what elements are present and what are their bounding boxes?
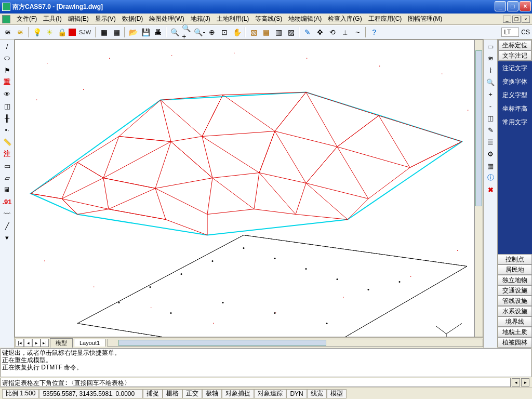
status-ortho[interactable]: 正交 — [182, 389, 202, 398]
zoom-in-icon[interactable]: 🔍+ — [181, 26, 193, 38]
lt-ruler-icon[interactable]: 📏 — [2, 136, 13, 148]
cmd-left-icon[interactable]: ◂ — [512, 378, 520, 387]
panel-bottom-2[interactable]: 独立地物 — [498, 275, 532, 285]
folder-icon[interactable]: 📂 — [127, 26, 139, 38]
tab-model[interactable]: 模型 — [50, 338, 73, 348]
status-otrack[interactable]: 对象追踪 — [254, 389, 286, 398]
cmd-right-icon[interactable]: ▸ — [521, 378, 529, 387]
rt-doc-icon[interactable]: ▭ — [485, 41, 496, 52]
lt-point-icon[interactable]: •· — [2, 124, 13, 136]
pen-icon[interactable]: ✎ — [302, 26, 313, 38]
rt-delete-icon[interactable]: ✖ — [485, 184, 496, 195]
menu-edit[interactable]: 编辑(E) — [65, 14, 92, 24]
rt-cfg-icon[interactable]: ⚙ — [485, 148, 496, 159]
layer-color-icon[interactable] — [69, 29, 76, 36]
panel-item-4[interactable]: 常用文字 — [498, 115, 532, 129]
panel-bottom-6[interactable]: 境界线 — [498, 316, 532, 327]
tab-next-icon[interactable]: ▸ — [32, 339, 41, 347]
menu-file[interactable]: 文件(F) — [14, 14, 40, 24]
close-button[interactable]: × — [520, 1, 531, 11]
menu-draw[interactable]: 绘图处理(W) — [146, 14, 187, 24]
rt-grid-icon[interactable]: ▦ — [485, 160, 496, 171]
command-history[interactable]: 键退出，或者单击鼠标右键显示快捷菜单。 正在重生成模型。 正在恢复执行 DTMT… — [1, 348, 531, 377]
tab-layout1[interactable]: Layout1 — [74, 339, 105, 347]
drawing-canvas[interactable]: ....... ... .... .... — [15, 39, 483, 337]
panel-bottom-3[interactable]: 交通设施 — [498, 285, 532, 296]
lt-dropdown-icon[interactable]: ▾ — [2, 232, 13, 243]
rt-wand-icon[interactable]: ⌇ — [485, 64, 496, 76]
move-icon[interactable]: ✥ — [314, 26, 326, 38]
save-icon[interactable]: 💾 — [140, 26, 151, 38]
menu-mapframe[interactable]: 图幅管理(M) — [405, 14, 445, 24]
mdi-restore[interactable]: ❐ — [512, 16, 521, 23]
zoom-win-icon[interactable]: ⊡ — [219, 26, 230, 38]
panel-bottom-0[interactable]: 控制点 — [498, 254, 532, 264]
panel-bottom-7[interactable]: 地貌土质 — [498, 327, 532, 337]
lt-rect-icon[interactable]: ▭ — [2, 160, 13, 171]
rt-layer-icon[interactable]: ≋ — [485, 52, 496, 64]
dimension-icon[interactable]: ⟂ — [339, 26, 351, 38]
tool-d-icon[interactable]: ▤ — [260, 26, 272, 38]
bulb-icon[interactable]: 💡 — [31, 26, 43, 38]
help-icon[interactable]: ? — [368, 26, 380, 38]
zoom-out-icon[interactable]: 🔍- — [194, 26, 205, 38]
status-model[interactable]: 模型 — [327, 389, 347, 398]
menu-engineering[interactable]: 工程应用(C) — [365, 14, 405, 24]
panel-bottom-8[interactable]: 植被园林 — [498, 337, 532, 348]
panel-bottom-5[interactable]: 水系设施 — [498, 306, 532, 316]
panel-bottom-1[interactable]: 居民地 — [498, 264, 532, 275]
lt-curve-icon[interactable]: 〰 — [2, 208, 13, 219]
tab-first-icon[interactable]: |◂ — [16, 339, 24, 347]
tool-a-icon[interactable]: ▦ — [98, 26, 110, 38]
menu-data[interactable]: 数据(D) — [119, 14, 147, 24]
rotate-icon[interactable]: ⟲ — [327, 26, 338, 38]
lt-eye-icon[interactable]: 👁 — [2, 88, 13, 100]
panel-item-3[interactable]: 坐标坪高 — [498, 102, 532, 115]
status-snap[interactable]: 捕捉 — [143, 389, 163, 398]
lt-orbit-icon[interactable]: ⬭ — [2, 52, 13, 64]
sun-icon[interactable]: ☀ — [44, 26, 55, 38]
lt-field[interactable]: LT — [501, 28, 519, 37]
rt-sel-icon[interactable]: ◫ — [485, 112, 496, 124]
status-dyn[interactable]: DYN — [286, 389, 307, 398]
lt-flag-icon[interactable]: ⚑ — [2, 64, 13, 76]
menu-cadastre[interactable]: 地籍(J) — [188, 14, 214, 24]
status-osnap[interactable]: 对象捕捉 — [222, 389, 254, 398]
tool-c-icon[interactable]: ▧ — [248, 26, 259, 38]
lt-calc-icon[interactable]: 🖩 — [2, 184, 13, 195]
panel-text-annotate[interactable]: 文字注记 — [498, 50, 531, 61]
rt-info-icon[interactable]: ⓘ — [485, 172, 496, 183]
menu-tools[interactable]: 工具(I) — [40, 14, 64, 24]
lt-redo-label[interactable]: 重 — [2, 76, 13, 88]
command-input[interactable]: 请指定表格左下角位置:〈直接回车不绘表格〉 — [1, 378, 511, 387]
layer-stack-icon[interactable]: ≋ — [2, 26, 14, 38]
zoom-ext-icon[interactable]: ⊕ — [206, 26, 218, 38]
menu-feature-edit[interactable]: 地物编辑(A) — [285, 14, 325, 24]
status-polar[interactable]: 极轴 — [202, 389, 222, 398]
rt-pen-icon[interactable]: ✎ — [485, 124, 496, 136]
status-grid[interactable]: 栅格 — [163, 389, 182, 398]
layer-name[interactable]: SJW — [77, 29, 93, 35]
panel-coord-locate[interactable]: 坐标定位 — [498, 40, 531, 50]
mdi-minimize[interactable]: _ — [503, 16, 511, 23]
print-icon[interactable]: 🖶 — [152, 26, 164, 38]
tab-last-icon[interactable]: ▸| — [41, 339, 49, 347]
lt-para-icon[interactable]: ▱ — [2, 172, 13, 183]
rt-zoomout-icon[interactable]: - — [485, 100, 496, 112]
rt-zoom-icon[interactable]: 🔍 — [485, 76, 496, 88]
menu-contour[interactable]: 等高线(S) — [252, 14, 285, 24]
panel-item-0[interactable]: 注记文字 — [498, 61, 532, 75]
status-lwt[interactable]: 线宽 — [307, 389, 327, 398]
vertical-scrollbar[interactable] — [474, 40, 483, 337]
menu-landuse[interactable]: 土地利用(L) — [214, 14, 252, 24]
lt-annotate-label[interactable]: 注 — [2, 148, 13, 159]
lt-frame-icon[interactable]: ◫ — [2, 100, 13, 112]
panel-item-1[interactable]: 变换字体 — [498, 75, 532, 88]
panel-bottom-4[interactable]: 管线设施 — [498, 296, 532, 306]
measure-icon[interactable]: ~ — [352, 26, 363, 38]
tool-b-icon[interactable]: ▦ — [111, 26, 122, 38]
horizontal-scrollbar[interactable] — [108, 339, 483, 347]
tool-f-icon[interactable]: ▨ — [285, 26, 297, 38]
lt-diag-icon[interactable]: ╱ — [2, 220, 13, 231]
minimize-button[interactable]: _ — [495, 1, 506, 11]
